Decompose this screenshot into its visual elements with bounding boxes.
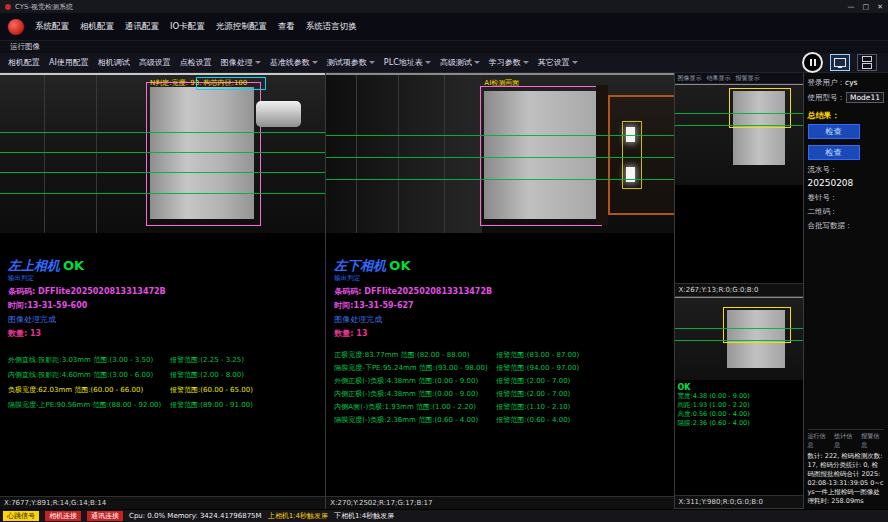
camera-connection-indicator: 相机连接 [45,511,81,521]
tool-other-settings[interactable]: 其它设置 [538,57,578,68]
camera-result-title: 左下相机OK [334,259,665,273]
result-block: 左上相机OK 输出判定 条码码: DFFIite2025020813313472… [0,233,325,339]
status-ok: OK [389,258,410,273]
alarm-range-text: 报警范围:(89.00 - 91.00) [170,398,253,413]
measurement-row: 内侧直线:投影距:4.60mm 范围:(3.00 - 6.00)报警范围:(2.… [8,368,317,383]
reel-label: 卷针号： [808,193,838,202]
window-title: CYS-视觉检测系统 [15,2,73,12]
pixel-coordinate-readout: X:7677;Y:891;R:14;G:14;B:14 [0,496,325,509]
tool-spot-check[interactable]: 点检设置 [180,57,212,68]
measurement-row: 外侧直线:投影距:3.03mm 范围:(3.00 - 3.50)报警范围:(2.… [8,353,317,368]
chevron-down-icon [425,61,431,67]
measurement-text: 内侧直线:投影距:4.60mm 范围:(3.00 - 6.00) [8,368,170,383]
tool-label: 图像处理 [221,57,253,68]
small-camera-image-1[interactable] [675,84,803,185]
machine-gap [596,85,608,225]
camera-panel-upper: N判定:宽度: 93. 构芯内径:100 左上相机OK 输出判定 条码码: DF… [0,73,326,509]
tool-label: 高级测试 [440,57,472,68]
multi-view-button[interactable] [857,54,877,71]
small-camera-panel-1: X:267;Y:13;R:0;G:0;B:0 [675,84,803,297]
tool-advanced-test[interactable]: 高级测试 [440,57,480,68]
menu-comm-config[interactable]: 通讯配置 [125,21,159,33]
cpu-memory-readout: Cpu: 0.0% Memory: 3424.41796875M [129,512,262,520]
pause-icon [814,59,816,66]
measure-line [326,157,673,158]
app-window: CYS-视觉检测系统 — □ ✕ 系统配置 相机配置 通讯配置 IO卡配置 光源… [0,0,888,522]
comm-connection-indicator: 通讯连接 [87,511,123,521]
tool-image-processing[interactable]: 图像处理 [221,57,261,68]
tool-label: PLC地址表 [384,57,423,68]
close-button[interactable]: ✕ [877,3,883,11]
menu-system-config[interactable]: 系统配置 [35,21,69,33]
menu-camera-config[interactable]: 相机配置 [80,21,114,33]
qr-row: 二维码： [808,207,884,217]
info-tab-alarm[interactable]: 报警信息 [861,432,884,450]
status-bar: 心跳信号 相机连接 通讯连接 Cpu: 0.0% Memory: 3424.41… [0,510,888,522]
measurement-row: 隔膜宽度(-)负极:2.36mm 范围:(0.60 - 4.00)报警范围:(0… [334,414,665,427]
measurement-list: 正极宽度:83.77mm 范围:(82.00 - 88.00)报警范围:(83.… [326,339,673,427]
brand-logo-icon [8,19,24,35]
roi-rectangle-yellow [729,88,791,128]
single-view-button[interactable] [830,54,850,71]
measurement-text: 内侧A面(-)负极:1.93mm 范围:(1.00 - 2.20) [334,401,496,414]
chevron-down-icon [255,61,261,67]
menu-view[interactable]: 查看 [278,21,295,33]
measure-line [675,113,803,114]
minimize-button[interactable]: — [848,3,855,11]
tool-plc-table[interactable]: PLC地址表 [384,57,431,68]
model-select[interactable]: Mode11 [846,92,884,103]
roi-rectangle-pink [480,86,602,226]
machine-seam [44,75,45,233]
small-tab-result[interactable]: 结果显示 [707,74,731,83]
measurement-row: 外侧正极(-)负极:4.38mm 范围:(0.00 - 9.00)报警范围:(2… [334,375,665,388]
tool-camera-debug[interactable]: 相机调试 [98,57,130,68]
monitor-icon [834,58,846,67]
maximize-button[interactable]: □ [863,3,870,11]
small-result-row: 高度:0.56 (0.00 - 4.00) [678,410,800,419]
measurement-row: 正极宽度:83.77mm 范围:(82.00 - 88.00)报警范围:(83.… [334,349,665,362]
menu-light-config[interactable]: 光源控制配置 [216,21,267,33]
small-tab-alarm[interactable]: 报警显示 [736,74,760,83]
output-judgment-label: 输出判定 [334,274,665,283]
toolbar-right-controls [802,52,880,73]
small-result-row: 间距:1.93 (1.00 - 2.20) [678,401,800,410]
total-result-label: 总结果： [808,110,884,121]
machine-seam [444,75,445,233]
measurement-row: 内侧正极(-)负极:4.38mm 范围:(0.00 - 9.00)报警范围:(2… [334,388,665,401]
alarm-range-text: 报警范围:(2.00 - 7.00) [496,375,570,388]
timestamp-text: 时间:13-31-59-600 [8,300,317,311]
timestamp-text: 时间:13-31-59-627 [334,300,665,311]
pause-button[interactable] [802,52,823,73]
app-icon [5,4,11,10]
tab-run-image[interactable]: 运行图像 [10,42,40,52]
process-status-text: 图像处理完成 [334,314,665,325]
small-camera-image-2[interactable] [675,297,803,380]
small-camera-panel-2: OK 宽度:4.38 (0.00 - 9.00) 间距:1.93 (1.00 -… [675,297,803,510]
small-result-row: 宽度:4.38 (0.00 - 9.00) [678,392,800,401]
tool-advanced-settings[interactable]: 高级设置 [139,57,171,68]
alarm-range-text: 报警范围:(94.00 - 97.00) [496,362,579,375]
serial-value: 20250208 [808,178,884,188]
batch-label: 合批写数据： [808,221,853,230]
barcode-text: 条码码: DFFIite2025020813313472B [334,286,665,297]
tool-baseline-params[interactable]: 基准线参数 [270,57,318,68]
menu-language-switch[interactable]: 系统语言切换 [306,21,357,33]
tool-learning-params[interactable]: 学习参数 [489,57,529,68]
info-tab-run[interactable]: 运行信息 [808,432,831,450]
title-bar: CYS-视觉检测系统 — □ ✕ [0,0,888,13]
camera-image-lower[interactable]: AI检测画面 [326,73,673,233]
small-tab-image[interactable]: 图像显示 [678,74,702,83]
tool-camera-config[interactable]: 相机配置 [8,57,40,68]
alarm-range-text: 报警范围:(2.25 - 3.25) [170,353,244,368]
info-tab-stats[interactable]: 统计信息 [834,432,857,450]
tool-ai-config[interactable]: AI使用配置 [49,57,89,68]
serial-row: 流水号： [808,165,884,175]
tool-test-params[interactable]: 测试项参数 [327,57,375,68]
alarm-range-text: 报警范围:(60.00 - 65.00) [170,383,253,398]
process-status-text: 图像处理完成 [8,314,317,325]
camera-image-upper[interactable]: N判定:宽度: 93. 构芯内径:100 [0,73,325,233]
menu-io-config[interactable]: IO卡配置 [170,21,205,33]
measure-line [0,193,325,194]
lower-camera-status: 下相机1:4秒触发屏 [334,511,394,521]
heartbeat-indicator: 心跳信号 [3,511,39,521]
